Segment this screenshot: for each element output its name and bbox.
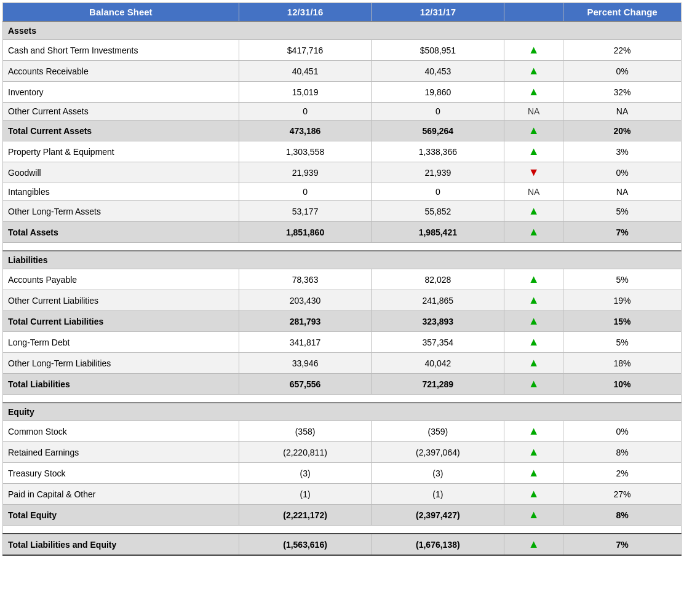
table-row bbox=[3, 243, 682, 251]
row-val1: 40,451 bbox=[239, 61, 372, 82]
row-arrow: ▼ bbox=[504, 162, 563, 183]
row-label: Property Plant & Equipment bbox=[3, 141, 239, 162]
table-row bbox=[3, 526, 682, 534]
table-row: Total Liabilities657,556721,289▲10% bbox=[3, 374, 682, 395]
row-val2: 82,028 bbox=[372, 269, 504, 290]
row-arrow: ▲ bbox=[504, 442, 563, 463]
row-pct: 22% bbox=[563, 40, 682, 61]
row-val2: (1) bbox=[372, 484, 504, 505]
table-row: Treasury Stock(3)(3)▲2% bbox=[3, 463, 682, 484]
row-arrow: ▲ bbox=[504, 61, 563, 82]
header-col3 bbox=[504, 3, 563, 22]
row-arrow: ▲ bbox=[504, 290, 563, 311]
up-arrow-icon: ▲ bbox=[528, 377, 539, 390]
row-pct: 20% bbox=[563, 120, 682, 141]
row-val2: 1,985,421 bbox=[372, 222, 504, 243]
row-arrow: ▲ bbox=[504, 269, 563, 290]
row-label: Long-Term Debt bbox=[3, 332, 239, 353]
row-arrow: ▲ bbox=[504, 40, 563, 61]
row-label: Other Current Assets bbox=[3, 103, 239, 120]
row-val1: 473,186 bbox=[239, 120, 372, 141]
row-val2: $508,951 bbox=[372, 40, 504, 61]
row-val2: (359) bbox=[372, 421, 504, 442]
row-pct: 15% bbox=[563, 311, 682, 332]
na-indicator: NA bbox=[528, 187, 539, 197]
row-val1: 1,851,860 bbox=[239, 222, 372, 243]
row-pct: 27% bbox=[563, 484, 682, 505]
row-pct: 5% bbox=[563, 201, 682, 222]
row-label: Total Assets bbox=[3, 222, 239, 243]
up-arrow-icon: ▲ bbox=[528, 467, 539, 479]
na-indicator: NA bbox=[528, 106, 539, 116]
up-arrow-icon: ▲ bbox=[528, 488, 539, 500]
row-val1: (1) bbox=[239, 484, 372, 505]
up-arrow-icon: ▲ bbox=[528, 145, 539, 157]
row-arrow: ▲ bbox=[504, 421, 563, 442]
up-arrow-icon: ▲ bbox=[528, 425, 539, 437]
row-label: Total Equity bbox=[3, 505, 239, 526]
row-arrow: NA bbox=[504, 183, 563, 201]
row-label: Total Current Liabilities bbox=[3, 311, 239, 332]
row-arrow: ▲ bbox=[504, 505, 563, 526]
row-val1: 341,817 bbox=[239, 332, 372, 353]
row-val1: 33,946 bbox=[239, 353, 372, 374]
row-label: Treasury Stock bbox=[3, 463, 239, 484]
row-val1: $417,716 bbox=[239, 40, 372, 61]
table-row: Cash and Short Term Investments$417,716$… bbox=[3, 40, 682, 61]
up-arrow-icon: ▲ bbox=[528, 538, 539, 550]
row-val2: 721,289 bbox=[372, 374, 504, 395]
row-val1: 281,793 bbox=[239, 311, 372, 332]
up-arrow-icon: ▲ bbox=[528, 336, 539, 348]
row-val2: 1,338,366 bbox=[372, 141, 504, 162]
table-body: AssetsCash and Short Term Investments$41… bbox=[3, 22, 682, 555]
row-val2: 0 bbox=[372, 183, 504, 201]
down-arrow-icon: ▼ bbox=[528, 166, 539, 178]
table-row: Goodwill21,93921,939▼0% bbox=[3, 162, 682, 183]
row-arrow: ▲ bbox=[504, 82, 563, 103]
table-row: Property Plant & Equipment1,303,5581,338… bbox=[3, 141, 682, 162]
table-row: Total Current Assets473,186569,264▲20% bbox=[3, 120, 682, 141]
row-val1: (3) bbox=[239, 463, 372, 484]
row-arrow: ▲ bbox=[504, 484, 563, 505]
section-header-label: Liabilities bbox=[3, 251, 682, 269]
up-arrow-icon: ▲ bbox=[528, 357, 539, 369]
row-label: Other Long-Term Assets bbox=[3, 201, 239, 222]
row-label: Cash and Short Term Investments bbox=[3, 40, 239, 61]
up-arrow-icon: ▲ bbox=[528, 446, 539, 458]
row-val2: 569,264 bbox=[372, 120, 504, 141]
row-pct: 3% bbox=[563, 141, 682, 162]
table-row: Inventory15,01919,860▲32% bbox=[3, 82, 682, 103]
row-val1: (358) bbox=[239, 421, 372, 442]
row-val1: (1,563,616) bbox=[239, 534, 372, 555]
up-arrow-icon: ▲ bbox=[528, 508, 539, 521]
row-val1: 15,019 bbox=[239, 82, 372, 103]
row-val1: 1,303,558 bbox=[239, 141, 372, 162]
row-pct: 0% bbox=[563, 421, 682, 442]
row-arrow: ▲ bbox=[504, 332, 563, 353]
row-label: Goodwill bbox=[3, 162, 239, 183]
table-row: Total Current Liabilities281,793323,893▲… bbox=[3, 311, 682, 332]
row-arrow: ▲ bbox=[504, 311, 563, 332]
balance-sheet-table: Balance Sheet 12/31/16 12/31/17 Percent … bbox=[2, 2, 682, 556]
header-col4: Percent Change bbox=[563, 3, 682, 22]
table-row: Other Current Assets00NANA bbox=[3, 103, 682, 120]
row-val1: 0 bbox=[239, 103, 372, 120]
row-val2: 357,354 bbox=[372, 332, 504, 353]
table-row: Other Current Liabilities203,430241,865▲… bbox=[3, 290, 682, 311]
up-arrow-icon: ▲ bbox=[528, 65, 539, 77]
row-val2: 40,453 bbox=[372, 61, 504, 82]
row-arrow: NA bbox=[504, 103, 563, 120]
header-col1: 12/31/16 bbox=[239, 3, 372, 22]
table-row: Accounts Receivable40,45140,453▲0% bbox=[3, 61, 682, 82]
up-arrow-icon: ▲ bbox=[528, 124, 539, 136]
up-arrow-icon: ▲ bbox=[528, 273, 539, 285]
row-pct: 10% bbox=[563, 374, 682, 395]
up-arrow-icon: ▲ bbox=[528, 205, 539, 217]
table-header-row: Balance Sheet 12/31/16 12/31/17 Percent … bbox=[3, 3, 682, 22]
row-val2: 0 bbox=[372, 103, 504, 120]
row-pct: 8% bbox=[563, 505, 682, 526]
table-row: Long-Term Debt341,817357,354▲5% bbox=[3, 332, 682, 353]
row-pct: 0% bbox=[563, 61, 682, 82]
row-val2: 19,860 bbox=[372, 82, 504, 103]
header-title: Balance Sheet bbox=[3, 3, 239, 22]
